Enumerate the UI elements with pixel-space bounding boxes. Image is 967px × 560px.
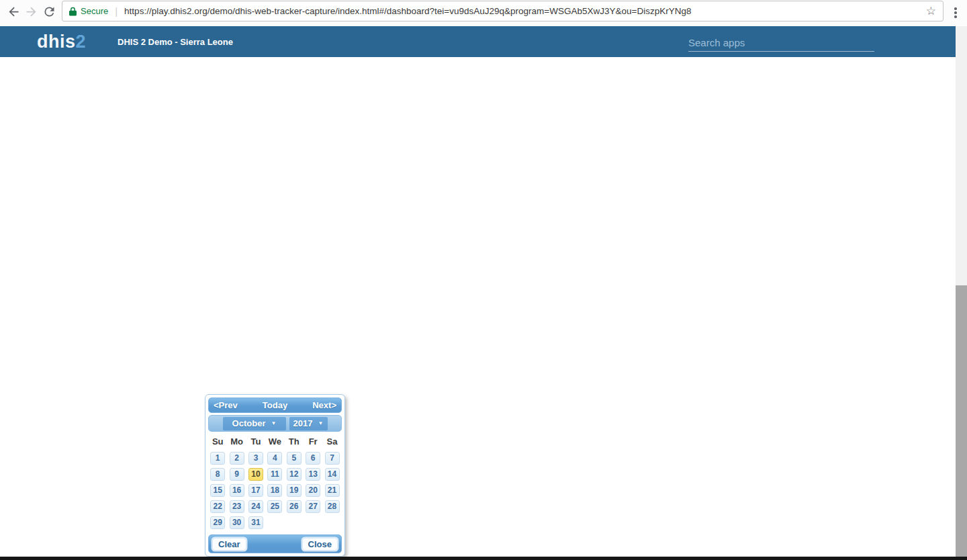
- screen: Secure | https://play.dhis2.org/demo/dhi…: [0, 0, 967, 560]
- day-cell[interactable]: 11: [267, 468, 282, 481]
- day-cell[interactable]: 6: [306, 452, 320, 465]
- bottom-screen-edge: [0, 557, 967, 560]
- prev-button[interactable]: <Prev: [214, 400, 238, 410]
- secure-label: Secure: [81, 6, 108, 16]
- refresh-icon: [42, 5, 56, 21]
- day-cell[interactable]: 16: [230, 484, 244, 497]
- day-cell[interactable]: 23: [230, 500, 244, 513]
- bookmark-star-icon[interactable]: ☆: [926, 4, 936, 18]
- scrollbar-thumb[interactable]: [956, 285, 967, 557]
- year-select[interactable]: 2017 ▼: [289, 417, 328, 430]
- day-cell[interactable]: 18: [267, 484, 282, 497]
- datepicker-popup: <Prev Today Next> October ▼ 2017 ▼ SuMoT…: [205, 394, 345, 557]
- day-cell[interactable]: 14: [325, 468, 340, 481]
- day-of-week-label: Tu: [251, 436, 261, 447]
- day-cell[interactable]: 28: [325, 500, 340, 513]
- day-cell[interactable]: 4: [267, 452, 282, 465]
- url-bar[interactable]: Secure | https://play.dhis2.org/demo/dhi…: [62, 1, 943, 21]
- day-of-week-label: Th: [289, 436, 300, 447]
- day-of-week-label: Su: [212, 436, 224, 447]
- day-cell[interactable]: 24: [248, 500, 263, 513]
- day-cell[interactable]: 29: [210, 516, 225, 529]
- day-grid: 1234567891011121314151617181920212223242…: [208, 452, 342, 529]
- back-button[interactable]: [5, 5, 21, 21]
- day-cell[interactable]: 9: [230, 468, 244, 481]
- instance-title: DHIS 2 Demo - Sierra Leone: [118, 37, 233, 47]
- day-cell[interactable]: 3: [248, 452, 263, 465]
- dhis2-logo[interactable]: dhis2: [37, 32, 86, 52]
- day-cell[interactable]: 17: [248, 484, 263, 497]
- day-of-week-label: We: [269, 436, 281, 447]
- month-year-bar: October ▼ 2017 ▼: [208, 415, 342, 432]
- dhis-header: dhis2 DHIS 2 Demo - Sierra Leone JT: [0, 26, 967, 57]
- url-text[interactable]: https://play.dhis2.org/demo/dhis-web-tra…: [124, 6, 921, 16]
- day-cell[interactable]: 1: [210, 452, 225, 465]
- clear-button[interactable]: Clear: [212, 538, 246, 551]
- chevron-down-icon: ▼: [271, 420, 276, 426]
- page-scrollbar[interactable]: [956, 26, 967, 557]
- lock-icon: [69, 7, 77, 16]
- day-cell[interactable]: 8: [210, 468, 225, 481]
- today-button[interactable]: Today: [263, 400, 287, 410]
- day-cell[interactable]: 5: [287, 452, 302, 465]
- day-cell[interactable]: 21: [325, 484, 340, 497]
- day-cell[interactable]: 12: [287, 468, 302, 481]
- day-cell[interactable]: 15: [210, 484, 225, 497]
- datepicker-footer: Clear Close: [208, 534, 342, 553]
- forward-button[interactable]: [23, 5, 39, 21]
- day-cell[interactable]: 13: [306, 468, 320, 481]
- datepicker-nav-bar: <Prev Today Next>: [208, 398, 342, 413]
- next-button[interactable]: Next>: [312, 400, 336, 410]
- chevron-down-icon: ▼: [318, 420, 324, 426]
- day-cell[interactable]: 19: [287, 484, 302, 497]
- back-icon: [7, 5, 21, 21]
- month-select-value: October: [232, 418, 266, 428]
- day-of-week-label: Fr: [309, 436, 318, 447]
- search-apps-input[interactable]: [688, 34, 874, 52]
- day-cell[interactable]: 30: [230, 516, 244, 529]
- month-select[interactable]: October ▼: [223, 417, 286, 430]
- day-cell[interactable]: 20: [306, 484, 320, 497]
- year-select-value: 2017: [293, 418, 313, 428]
- day-cell[interactable]: 2: [230, 452, 244, 465]
- day-cell[interactable]: 31: [248, 516, 263, 529]
- day-cell[interactable]: 26: [287, 500, 302, 513]
- day-of-week-label: Mo: [230, 436, 243, 447]
- day-cell[interactable]: 7: [325, 452, 340, 465]
- content-area: [0, 57, 956, 557]
- browser-menu-icon[interactable]: [950, 5, 962, 20]
- forward-icon: [24, 5, 38, 21]
- day-cell[interactable]: 22: [210, 500, 225, 513]
- browser-toolbar: Secure | https://play.dhis2.org/demo/dhi…: [0, 0, 967, 26]
- day-cell[interactable]: 25: [267, 500, 282, 513]
- day-cell-today[interactable]: 10: [248, 468, 263, 481]
- url-divider: |: [115, 5, 118, 17]
- day-of-week-label: Sa: [327, 436, 338, 447]
- day-header-row: SuMoTuWeThFrSa: [208, 436, 342, 447]
- close-button[interactable]: Close: [302, 538, 338, 551]
- refresh-button[interactable]: [41, 5, 57, 21]
- day-cell[interactable]: 27: [306, 500, 320, 513]
